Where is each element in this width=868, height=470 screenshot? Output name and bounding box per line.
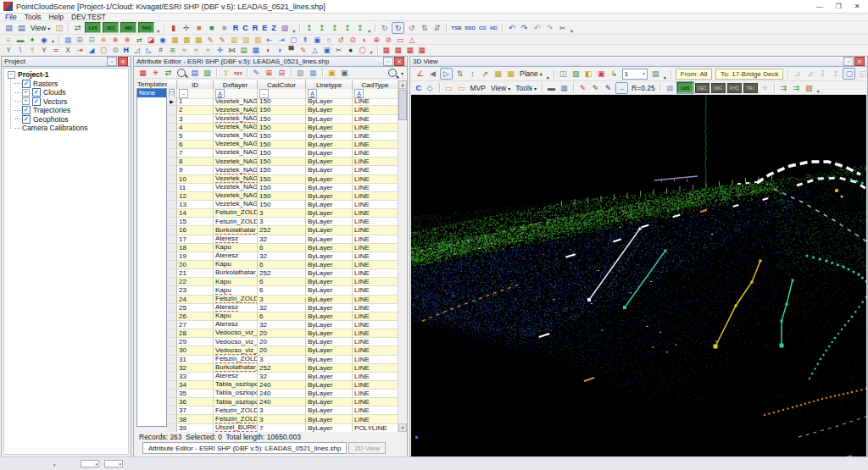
row-selector[interactable] [167,329,177,338]
cell-linetype[interactable]: ByLayer [306,244,353,252]
cell-cadtype[interactable]: LINE [353,132,398,141]
grid-icon[interactable]: ▦ [63,35,73,44]
cell-cadcolor[interactable]: 32 [258,321,306,329]
row-selector[interactable] [167,346,177,355]
cell-dxflayer[interactable]: Kapu [214,286,258,295]
shade-icon[interactable]: ◑ [263,46,273,55]
delete-table-icon[interactable]: ▦ [381,46,392,55]
cell-id[interactable]: 37 [177,406,214,415]
cell-cadcolor[interactable]: 150 [258,201,306,209]
cell-linetype[interactable]: ByLayer [306,149,353,158]
redo-icon[interactable]: ↷ [519,23,530,33]
mini-cg-icon[interactable]: CG [479,25,487,30]
row-selector[interactable] [167,201,177,209]
clip-icon[interactable]: ✂ [334,46,344,55]
overflow-icon[interactable]: ▾ [570,28,573,34]
cell-id[interactable]: 18 [177,244,214,252]
cell-cadcolor[interactable]: 150 [258,124,306,132]
cell-linetype[interactable]: ByLayer [306,286,353,295]
cell-dxflayer[interactable]: Vezetek_NAGY [214,149,258,158]
brush-icon[interactable]: ✎ [590,83,601,93]
align-right-icon[interactable]: ⇥ [276,35,287,44]
cell-id[interactable]: 6 [177,141,214,149]
cell-dxflayer[interactable]: Burkolathatar_B [214,364,258,373]
table-row[interactable]: 28Vedocso_viz_fel20ByLayerLINE [167,329,399,338]
row-selector[interactable] [167,115,177,124]
cell-cadtype[interactable]: LINE [353,226,398,235]
cell-id[interactable]: 8 [177,158,214,166]
cell-linetype[interactable]: ByLayer [306,304,353,312]
save-icon[interactable]: ▤ [3,23,14,33]
cell-id[interactable]: 22 [177,278,214,286]
branch-icon[interactable]: Y [3,46,14,55]
grid-toggle-icon[interactable]: ▦ [665,83,676,93]
table-row[interactable]: 30Vedocso_viz_fel20ByLayerLINE [167,346,399,355]
cell-id[interactable]: 32 [177,364,214,373]
info-icon[interactable]: ◉ [39,35,49,44]
cell-cadcolor[interactable]: 3 [258,406,306,415]
extend-icon[interactable]: ⇞ [300,35,310,44]
cell-dxflayer[interactable]: Ateresz [214,373,258,381]
angle-measure-icon[interactable]: ∠ [415,69,426,79]
cell-cadtype[interactable]: LINE [353,244,398,252]
cell-dxflayer[interactable]: Ateresz [214,252,258,261]
tab-attribute-editor[interactable]: Attribute Editor - ESRI SHP (DBF v.5): L… [142,442,347,454]
table-row[interactable]: 12Vezetek_NAGY150ByLayerLINE [167,192,399,201]
tab-2d-view[interactable]: 2D View [348,442,386,454]
cell-cadcolor[interactable]: 32 [258,304,306,312]
cell-id[interactable]: 2 [177,106,214,114]
cell-cadtype[interactable]: LINE [353,209,398,218]
status-combo[interactable]: ▾ [81,460,99,467]
snap-icon[interactable]: ❄ [98,35,108,44]
cell-dxflayer[interactable]: Vezetek_NAGY [214,184,258,192]
overflow-icon[interactable]: ▾ [817,88,820,94]
table-icon[interactable]: ▥ [253,35,263,44]
bounds-icon[interactable]: ▢ [288,35,298,44]
vector-toggle[interactable]: VEC [103,22,119,33]
row-selector[interactable] [167,406,177,415]
cell-id[interactable]: 29 [177,338,214,346]
lift-icon[interactable]: ↥ [830,69,841,79]
cell-linetype[interactable]: ByLayer [306,158,353,166]
add-point-icon[interactable]: ⊕ [371,35,381,44]
cell-linetype[interactable]: ByLayer [306,261,353,269]
cell-cadcolor[interactable]: 32 [258,373,306,381]
brush-icon[interactable]: ✎ [603,83,614,93]
cell-cadtype[interactable]: LINE [353,406,398,415]
table-row[interactable]: 9Vezetek_NAGY150ByLayerLINE [167,166,399,174]
cell-cadcolor[interactable]: 150 [258,192,306,201]
cell-linetype[interactable]: ByLayer [306,269,353,278]
exchange-icon[interactable]: ⇄ [134,35,144,44]
row-selector[interactable] [167,269,177,278]
image-toggle[interactable]: IMG [120,22,136,33]
table-row[interactable]: 3Vezetek_NAGY150ByLayerLINE [167,115,399,124]
cell-id[interactable]: 38 [177,415,214,423]
circle-tool-icon[interactable]: ○ [324,35,334,44]
menu-tools[interactable]: Tools [25,13,42,21]
map-sheet-icon[interactable]: ▦ [170,35,180,44]
cell-dxflayer[interactable]: Felszin_ZOLDF [214,209,258,218]
cell-id[interactable]: 26 [177,312,214,321]
cell-cadcolor[interactable]: 240 [258,390,306,398]
cell-cadcolor[interactable]: 3 [258,209,306,218]
cell-id[interactable]: 10 [177,175,214,184]
row-selector[interactable] [167,149,177,158]
cell-cadtype[interactable]: LINE [353,192,398,201]
cell-dxflayer[interactable]: Vedocso_viz_fel [214,346,258,355]
table-row[interactable]: 33Ateresz32ByLayerLINE [167,373,399,381]
cell-dxflayer[interactable]: Ateresz [214,304,258,312]
cell-dxflayer[interactable]: Burkolathatar_B [214,269,258,278]
row-selector[interactable] [167,218,177,226]
draw-icon[interactable]: ✎ [298,46,309,55]
cell-id[interactable]: 17 [177,235,214,244]
smooth-icon[interactable]: ≈ [203,46,214,55]
to-filter[interactable]: To: 17-Bridge Deck [715,69,783,80]
cell-id[interactable]: 25 [177,304,214,312]
section-box-icon[interactable]: ▩ [492,69,504,79]
cell-id[interactable]: 34 [177,381,214,390]
columns-icon[interactable]: ▥ [295,68,306,78]
list-icon[interactable]: ▤ [189,68,200,78]
folder-icon[interactable]: ▭ [456,83,467,93]
point-cloud-viewport[interactable] [411,95,866,457]
cell-id[interactable]: 5 [177,132,214,141]
